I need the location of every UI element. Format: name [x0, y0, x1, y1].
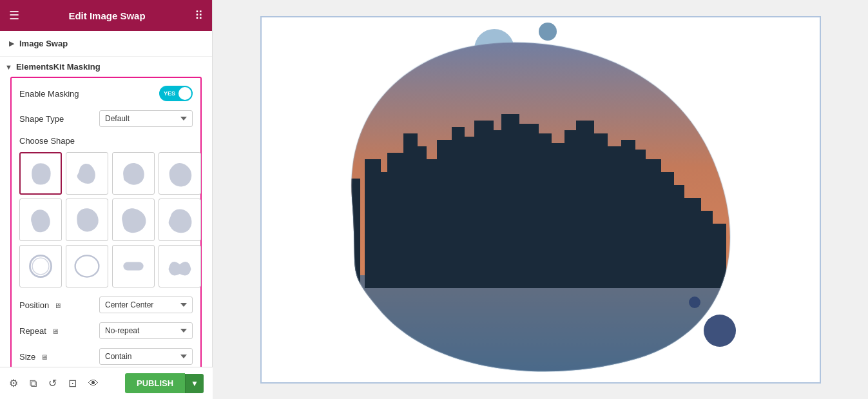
size-icon: 🖥 [41, 353, 48, 361]
shape-type-row: Shape Type Default Custom [19, 110, 193, 127]
circle-bottom-right-small [689, 297, 700, 308]
svg-rect-20 [516, 124, 539, 288]
shape-cell-2[interactable] [66, 152, 108, 195]
image-swap-label: Image Swap [19, 39, 68, 48]
collapse-handle[interactable] [820, 187, 821, 213]
sidebar-content: ▶ Image Swap ▼ ElementsKit Masking Enabl… [0, 31, 212, 399]
shape-cell-5[interactable] [19, 199, 62, 241]
image-swap-section[interactable]: ▶ Image Swap [0, 31, 212, 57]
shape-cell-6[interactable] [66, 199, 108, 241]
size-row: Size 🖥 Contain Cover Auto [19, 348, 193, 365]
choose-shape-section: Choose Shape [19, 136, 193, 287]
shape-cell-9[interactable] [19, 245, 62, 287]
circle-bottom-right-large [704, 315, 736, 347]
repeat-icon: 🖥 [52, 327, 59, 335]
shape-cell-10[interactable] [66, 245, 108, 287]
main-blob [313, 30, 751, 372]
masking-section: Enable Masking YES Shape Type Default Cu… [10, 77, 202, 383]
blob-composition [262, 17, 820, 382]
page-title: Edit Image Swap [68, 10, 145, 21]
svg-rect-32 [682, 198, 701, 288]
svg-point-2 [75, 255, 99, 277]
masking-arrow-icon: ▼ [5, 63, 12, 71]
enable-masking-label: Enable Masking [19, 89, 159, 99]
svg-rect-26 [604, 146, 624, 288]
repeat-select[interactable]: No-repeat Repeat Repeat-X Repeat-Y [99, 322, 193, 339]
svg-rect-24 [576, 121, 594, 288]
position-label: Position 🖥 [19, 300, 99, 310]
repeat-row: Repeat 🖥 No-repeat Repeat Repeat-X Repea… [19, 322, 193, 339]
bottom-toolbar: ⚙ ⧉ ↺ ⊡ 👁 PUBLISH ▼ [0, 367, 213, 399]
preview-icon[interactable]: ⊡ [68, 377, 77, 389]
settings-icon[interactable]: ⚙ [9, 377, 18, 389]
canvas-frame [260, 16, 821, 384]
masking-section-header[interactable]: ▼ ElementsKit Masking [5, 62, 207, 72]
publish-arrow-button[interactable]: ▼ [185, 374, 204, 393]
shape-cell-8[interactable] [159, 199, 201, 241]
publish-btn-group: PUBLISH ▼ [125, 373, 204, 393]
sidebar-header: ☰ Edit Image Swap ⠿ [0, 0, 212, 31]
repeat-label: Repeat 🖥 [19, 326, 99, 336]
shape-cell-12[interactable] [159, 245, 201, 287]
enable-masking-row: Enable Masking YES [19, 86, 193, 101]
svg-rect-5 [313, 275, 751, 372]
size-label: Size 🖥 [19, 352, 99, 362]
shape-cell-7[interactable] [112, 199, 155, 241]
shape-cell-11[interactable] [112, 245, 155, 287]
sidebar: ☰ Edit Image Swap ⠿ ▶ Image Swap ▼ Eleme… [0, 0, 213, 399]
eye-icon[interactable]: 👁 [88, 378, 99, 389]
svg-rect-3 [123, 262, 143, 271]
shape-type-label: Shape Type [19, 114, 99, 124]
position-row: Position 🖥 Center Center Top Left Top Ri… [19, 297, 193, 313]
grid-icon[interactable]: ⠿ [195, 8, 203, 23]
main-canvas [213, 0, 868, 399]
position-select[interactable]: Center Center Top Left Top Right Bottom … [99, 297, 193, 313]
toggle-yes-label: YES [164, 90, 175, 97]
shape-cell-3[interactable] [112, 152, 155, 195]
svg-point-0 [30, 255, 51, 277]
shape-cell-1[interactable] [19, 152, 62, 195]
toolbar-icons: ⚙ ⧉ ↺ ⊡ 👁 [9, 377, 99, 389]
history-icon[interactable]: ↺ [48, 377, 57, 389]
position-icon: 🖥 [54, 302, 61, 309]
size-select[interactable]: Contain Cover Auto [99, 348, 193, 365]
layers-icon[interactable]: ⧉ [30, 378, 37, 389]
shape-type-select[interactable]: Default Custom [99, 110, 193, 127]
svg-point-1 [32, 258, 49, 275]
choose-shape-label: Choose Shape [19, 136, 193, 146]
shape-grid [19, 152, 193, 287]
enable-masking-toggle[interactable]: YES [159, 86, 193, 101]
masking-section-label: ElementsKit Masking [16, 62, 101, 72]
arrow-icon: ▶ [9, 39, 14, 48]
publish-button[interactable]: PUBLISH [125, 373, 185, 393]
hamburger-icon[interactable]: ☰ [9, 8, 19, 23]
shape-cell-4[interactable] [159, 152, 201, 195]
